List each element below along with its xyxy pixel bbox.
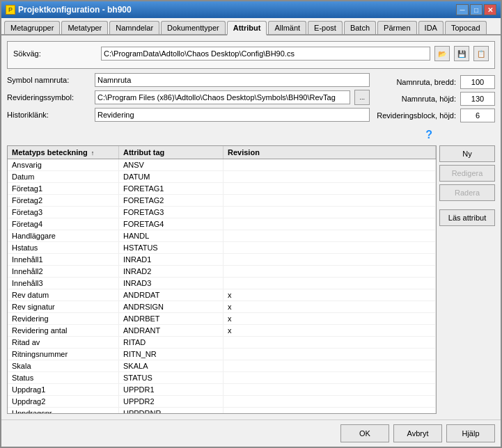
- cell-metatyps: Innehåll1: [8, 254, 119, 265]
- tab-dokumenttyper[interactable]: Dokumenttyper: [161, 21, 226, 34]
- table-row[interactable]: SkalaSKALA: [8, 360, 436, 372]
- historiklank-label: Historiklänk:: [7, 111, 91, 119]
- cell-attribut: INRAD3: [119, 278, 223, 289]
- radera-button[interactable]: Radera: [439, 184, 495, 201]
- table-row[interactable]: RevideringANDRBETx: [8, 313, 436, 325]
- minimize-button[interactable]: ─: [456, 4, 469, 15]
- cell-attribut: FORETAG1: [119, 183, 223, 194]
- sokväg-label: Sökväg:: [13, 49, 97, 58]
- table-row[interactable]: HandläggareHANDL: [8, 230, 436, 242]
- tab-namndelar[interactable]: Namndelar: [109, 21, 159, 34]
- cell-metatyps: Datum: [8, 171, 119, 182]
- title-bar-left: P Projektkonfiguration - bh900: [6, 5, 132, 15]
- avbryt-button[interactable]: Avbryt: [393, 424, 442, 442]
- clipboard-btn[interactable]: 📋: [473, 46, 489, 61]
- table-row[interactable]: Företag1FORETAG1: [8, 183, 436, 195]
- info-icon: ?: [425, 129, 435, 141]
- namnruta-input[interactable]: [95, 73, 370, 87]
- tab-ida[interactable]: IDA: [418, 21, 444, 34]
- tab-attribut[interactable]: Attribut: [227, 21, 267, 35]
- table-row[interactable]: Företag2FORETAG2: [8, 195, 436, 207]
- cell-attribut: UPPDR2: [119, 396, 223, 407]
- table-row[interactable]: Rev datumANDRDATx: [8, 289, 436, 301]
- symbol-browse-btn[interactable]: ...: [354, 90, 370, 105]
- table-row[interactable]: Rev signaturANDRSIGNx: [8, 301, 436, 313]
- side-buttons: Ny Redigera Radera Läs attribut: [439, 145, 495, 414]
- rev-block-hojd-label: Revideringsblock, höjd:: [377, 111, 456, 120]
- bottom-bar: OK Avbryt Hjälp: [1, 419, 501, 447]
- cell-revision: x: [223, 289, 436, 301]
- cell-metatyps: Innehåll2: [8, 266, 119, 277]
- cell-attribut: FORETAG3: [119, 207, 223, 218]
- cell-attribut: FORETAG2: [119, 195, 223, 206]
- table-row[interactable]: DatumDATUM: [8, 171, 436, 183]
- ok-button[interactable]: OK: [340, 424, 389, 442]
- hjalp-button[interactable]: Hjälp: [446, 424, 495, 442]
- cell-metatyps: Företag4: [8, 218, 119, 230]
- historiklank-row: Historiklänk:: [7, 108, 370, 122]
- namnruta-bredd-input[interactable]: [460, 75, 495, 89]
- cell-metatyps: Handläggare: [8, 230, 119, 241]
- revideringssymbol-input[interactable]: [95, 90, 350, 104]
- cell-metatyps: Ritad av: [8, 337, 119, 348]
- table-header: Metatyps beteckning ↑ Attribut tag Revis…: [8, 146, 436, 159]
- table-row[interactable]: RitningsnummerRITN_NR: [8, 349, 436, 360]
- redigera-button[interactable]: Redigera: [439, 165, 495, 182]
- maximize-button[interactable]: □: [470, 4, 483, 15]
- table-row[interactable]: Företag4FORETAG4: [8, 218, 436, 230]
- namnruta-hojd-row: Namnruta, höjd:: [377, 92, 495, 106]
- namnruta-hojd-input[interactable]: [460, 92, 495, 106]
- tab-metatyper[interactable]: Metatyper: [61, 21, 108, 34]
- cell-attribut: INRAD1: [119, 254, 223, 265]
- tab-allmnt[interactable]: Allmänt: [268, 21, 306, 34]
- cell-attribut: ANDRSIGN: [119, 301, 223, 312]
- table-row[interactable]: AnsvarigANSV: [8, 159, 436, 171]
- table-row[interactable]: HstatusHSTATUS: [8, 242, 436, 254]
- cell-metatyps: Uppdragsnr: [8, 408, 119, 413]
- tab-metagrupper[interactable]: Metagrupper: [4, 21, 60, 34]
- cell-metatyps: Status: [8, 372, 119, 383]
- table-row[interactable]: Innehåll3INRAD3: [8, 278, 436, 289]
- las-attribut-button[interactable]: Läs attribut: [439, 209, 495, 226]
- table-row[interactable]: UppdragsnrUPPDRNR: [8, 408, 436, 413]
- cell-metatyps: Uppdrag1: [8, 384, 119, 395]
- table-row[interactable]: Uppdrag1UPPDR1: [8, 384, 436, 396]
- cell-metatyps: Ansvarig: [8, 159, 119, 170]
- tab-epost[interactable]: E-post: [308, 21, 343, 34]
- th-metatyps[interactable]: Metatyps beteckning ↑: [8, 146, 119, 159]
- close-button[interactable]: ✕: [484, 4, 496, 15]
- cell-attribut: UPPDRNR: [119, 408, 223, 413]
- window-title: Projektkonfiguration - bh900: [18, 5, 132, 15]
- table-row[interactable]: Uppdrag2UPPDR2: [8, 396, 436, 408]
- table-row[interactable]: StatusSTATUS: [8, 372, 436, 384]
- right-col: Namnruta, bredd: Namnruta, höjd: Revider…: [377, 73, 495, 125]
- cell-revision: [223, 242, 436, 253]
- title-bar-controls: ─ □ ✕: [456, 4, 496, 15]
- cell-revision: x: [223, 301, 436, 312]
- cell-attribut: HANDL: [119, 230, 223, 241]
- namnruta-hojd-label: Namnruta, höjd:: [377, 95, 456, 103]
- ny-button[interactable]: Ny: [439, 145, 495, 162]
- cell-attribut: ANDRDAT: [119, 289, 223, 301]
- revideringssymbol-row: Revideringssymbol: ...: [7, 90, 370, 105]
- table-row[interactable]: Innehåll2INRAD2: [8, 266, 436, 278]
- tab-batch[interactable]: Batch: [344, 21, 376, 34]
- save-btn[interactable]: 💾: [454, 46, 469, 61]
- cell-revision: [223, 207, 436, 218]
- folder-btn[interactable]: 📂: [434, 46, 450, 61]
- tab-prmen[interactable]: Pärmen: [377, 21, 417, 34]
- table-row[interactable]: Företag3FORETAG3: [8, 207, 436, 218]
- cell-attribut: ANDRANT: [119, 325, 223, 336]
- cell-revision: [223, 396, 436, 407]
- sokväg-input[interactable]: [101, 47, 430, 61]
- historiklank-input[interactable]: [95, 108, 370, 122]
- table-row[interactable]: Innehåll1INRAD1: [8, 254, 436, 266]
- rev-block-hojd-input[interactable]: [460, 109, 495, 122]
- tab-topocad[interactable]: Topocad: [445, 21, 487, 34]
- namnruta-label: Symbol namnruta:: [7, 76, 91, 84]
- table-row[interactable]: Ritad avRITAD: [8, 337, 436, 349]
- cell-metatyps: Uppdrag2: [8, 396, 119, 407]
- table-container: Metatyps beteckning ↑ Attribut tag Revis…: [7, 145, 437, 414]
- cell-metatyps: Skala: [8, 360, 119, 371]
- table-row[interactable]: Revidering antalANDRANTx: [8, 325, 436, 337]
